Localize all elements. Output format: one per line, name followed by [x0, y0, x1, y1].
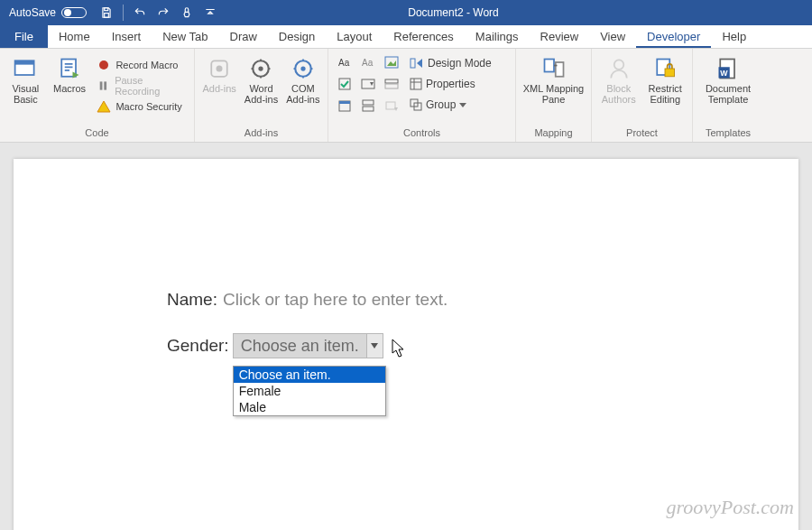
combobox-control-icon[interactable] [357, 74, 379, 94]
xml-mapping-icon [541, 56, 567, 81]
legacy-tools-icon[interactable] [381, 96, 402, 116]
group-icon [410, 98, 422, 111]
svg-rect-38 [555, 62, 563, 77]
svg-marker-32 [417, 59, 422, 68]
svg-rect-33 [411, 79, 421, 89]
controls-palette: Aa Aa [334, 52, 402, 116]
visual-basic-label: Visual Basic [5, 83, 46, 105]
macros-label: Macros [53, 83, 86, 94]
svg-point-13 [259, 66, 263, 70]
svg-marker-19 [387, 60, 396, 66]
svg-marker-45 [371, 343, 378, 349]
date-control-icon[interactable] [334, 96, 355, 116]
touch-mode-icon[interactable] [176, 3, 198, 23]
plaintext-control-icon[interactable]: Aa [357, 52, 379, 72]
word-addins-button[interactable]: Word Add-ins [242, 52, 280, 105]
tab-home[interactable]: Home [48, 25, 101, 48]
svg-point-6 [99, 60, 108, 70]
gender-field-row: Gender: Choose an item. Choose an item. … [167, 333, 798, 358]
restrict-editing-button[interactable]: Restrict Editing [644, 52, 687, 105]
group-templates: W Document Template Templates [693, 49, 763, 142]
svg-point-15 [300, 66, 305, 70]
visual-basic-icon [13, 56, 38, 81]
group-addins-label: Add-ins [200, 125, 322, 142]
tab-mailings[interactable]: Mailings [465, 25, 530, 48]
svg-rect-3 [15, 60, 34, 64]
group-mapping-label: Mapping [521, 125, 586, 142]
name-label: Name: [167, 290, 217, 310]
gender-selected-value: Choose an item. [234, 337, 366, 356]
pause-recording-button: Pause Recording [93, 77, 189, 95]
svg-text:Aa: Aa [338, 58, 350, 68]
svg-rect-37 [544, 60, 554, 72]
svg-rect-26 [339, 101, 350, 104]
design-mode-icon [410, 57, 424, 70]
svg-point-39 [614, 60, 624, 70]
tab-help[interactable]: Help [711, 25, 757, 48]
pause-icon [97, 79, 110, 93]
tab-references[interactable]: References [383, 25, 464, 48]
mouse-cursor-icon [392, 339, 406, 358]
svg-rect-7 [100, 81, 103, 89]
tab-layout[interactable]: Layout [326, 25, 383, 48]
group-mapping: XML Mapping Pane Mapping [516, 49, 592, 142]
properties-button[interactable]: Properties [410, 75, 492, 93]
tab-design[interactable]: Design [268, 25, 326, 48]
document-title: Document2 - Word [221, 6, 812, 19]
word-addins-icon [248, 56, 273, 81]
group-protect-label: Protect [597, 125, 687, 142]
svg-text:Aa: Aa [362, 58, 374, 68]
tab-view[interactable]: View [589, 25, 636, 48]
ribbon: Visual Basic Macros Record Macro Pause R… [0, 49, 812, 143]
autosave-label: AutoSave [9, 6, 56, 19]
save-icon[interactable] [96, 3, 117, 23]
checkbox-control-icon[interactable] [334, 74, 355, 94]
autosave-toggle[interactable]: AutoSave [0, 6, 96, 19]
toggle-knob [64, 9, 71, 16]
macro-security-button[interactable]: Macro Security [93, 98, 189, 116]
group-button[interactable]: Group [410, 96, 492, 114]
group-addins: Add-ins Word Add-ins COM Add-ins Add-ins [195, 49, 328, 142]
redo-icon[interactable] [152, 3, 174, 23]
group-protect: Block Authors Restrict Editing Protect [592, 49, 693, 142]
block-authors-button: Block Authors [597, 52, 641, 105]
restrict-editing-icon [652, 56, 678, 81]
svg-rect-1 [105, 14, 109, 18]
macros-button[interactable]: Macros [50, 52, 90, 94]
warning-icon [97, 99, 111, 114]
toggle-switch[interactable] [61, 7, 87, 18]
gender-dropdown-list[interactable]: Choose an item. Female Male [233, 366, 386, 416]
tab-newtab[interactable]: New Tab [152, 25, 218, 48]
document-workspace: Name: Click or tap here to enter text. G… [0, 143, 812, 530]
dropdown-control-icon[interactable] [381, 74, 402, 94]
tab-review[interactable]: Review [530, 25, 590, 48]
repeating-control-icon[interactable] [357, 96, 379, 116]
group-code-label: Code [5, 125, 189, 142]
qat-customize-icon[interactable] [199, 3, 221, 23]
record-macro-button[interactable]: Record Macro [93, 56, 189, 74]
tab-insert[interactable]: Insert [101, 25, 152, 48]
svg-rect-31 [411, 59, 415, 68]
addins-icon [207, 56, 232, 81]
undo-icon[interactable] [129, 3, 151, 23]
document-page[interactable]: Name: Click or tap here to enter text. G… [14, 159, 798, 530]
dropdown-option[interactable]: Male [234, 399, 385, 415]
name-placeholder[interactable]: Click or tap here to enter text. [223, 290, 448, 310]
svg-rect-28 [363, 107, 374, 111]
addins-button: Add-ins [200, 52, 238, 94]
chevron-down-icon [371, 342, 378, 349]
combobox-dropdown-button[interactable] [366, 334, 383, 358]
com-addins-button[interactable]: COM Add-ins [284, 52, 322, 105]
gender-combobox[interactable]: Choose an item. [233, 333, 383, 358]
tab-draw[interactable]: Draw [219, 25, 268, 48]
tab-developer[interactable]: Developer [636, 25, 711, 48]
document-template-button[interactable]: W Document Template [698, 52, 758, 105]
design-mode-toggle[interactable]: Design Mode [410, 54, 492, 72]
dropdown-option[interactable]: Female [234, 383, 385, 399]
visual-basic-button[interactable]: Visual Basic [5, 52, 46, 105]
richtext-control-icon[interactable]: Aa [334, 52, 355, 72]
picture-control-icon[interactable] [381, 52, 402, 72]
xml-mapping-button[interactable]: XML Mapping Pane [521, 52, 586, 105]
tab-file[interactable]: File [0, 25, 48, 48]
dropdown-option[interactable]: Choose an item. [234, 367, 385, 383]
